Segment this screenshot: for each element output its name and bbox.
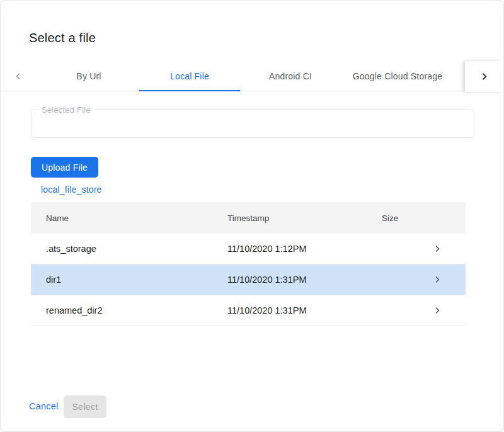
select-button[interactable]: Select <box>64 395 106 418</box>
tab-google-cloud-storage[interactable]: Google Cloud Storage <box>341 61 454 91</box>
tabs-next-button[interactable] <box>465 61 503 92</box>
tab-android-ci[interactable]: Android CI <box>240 61 341 91</box>
table-header-row: Name Timestamp Size <box>31 202 466 234</box>
tab-local-file[interactable]: Local File <box>139 61 240 91</box>
selected-file-field[interactable]: Selected File <box>31 110 474 138</box>
column-header-timestamp: Timestamp <box>227 213 269 223</box>
chevron-right-icon[interactable] <box>433 306 442 315</box>
cancel-button[interactable]: Cancel <box>29 401 58 411</box>
file-timestamp: 11/10/2020 1:12PM <box>227 244 307 254</box>
file-timestamp: 11/10/2020 1:31PM <box>227 275 307 285</box>
table-row-selected[interactable]: dir1 11/10/2020 1:31PM <box>31 264 466 295</box>
file-name: dir1 <box>46 275 61 285</box>
breadcrumb[interactable]: local_file_store <box>41 185 102 195</box>
column-header-name: Name <box>46 213 69 223</box>
selected-file-label: Selected File <box>38 105 94 115</box>
column-header-size: Size <box>382 213 398 223</box>
chevron-right-icon <box>480 72 488 81</box>
page-title: Select a file <box>29 31 96 45</box>
tab-by-url[interactable]: By Url <box>38 61 139 91</box>
file-timestamp: 11/10/2020 1:31PM <box>227 305 307 315</box>
table-row[interactable]: .ats_storage 11/10/2020 1:12PM <box>31 234 466 264</box>
chevron-right-icon[interactable] <box>433 275 442 284</box>
tab-bar: By Url Local File Android CI Google Clou… <box>1 61 503 91</box>
file-name: renamed_dir2 <box>46 305 102 315</box>
file-table: Name Timestamp Size .ats_storage 11/10/2… <box>31 202 466 326</box>
select-file-dialog: Select a file By Url Local File Android … <box>1 1 503 431</box>
table-row[interactable]: renamed_dir2 11/10/2020 1:31PM <box>31 295 466 326</box>
chevron-right-icon[interactable] <box>433 244 442 253</box>
tabs-prev-button[interactable] <box>1 61 36 91</box>
file-name: .ats_storage <box>46 244 96 254</box>
chevron-left-icon <box>14 72 22 80</box>
tab-strip: By Url Local File Android CI Google Clou… <box>38 61 454 91</box>
upload-file-button[interactable]: Upload File <box>31 157 98 178</box>
